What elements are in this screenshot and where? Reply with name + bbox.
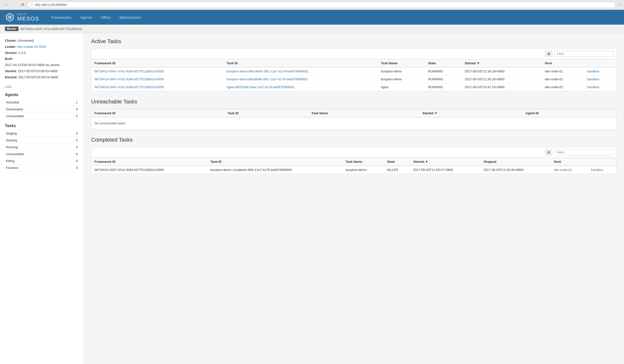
completed-col-sandbox	[588, 158, 616, 166]
table-row: 66734014-5647-47e2-9264-b5775128b01d-000…	[91, 75, 616, 83]
active-state-0: RUNNING	[425, 67, 462, 75]
master-breadcrumb: Master 66734014-5647-47e2-9264-b5775128b…	[0, 25, 624, 33]
active-task-id-link-2[interactable]: nginx.b8252fa8-2faa-11e7-b178-be56760690…	[227, 85, 294, 89]
active-tasks-search[interactable]	[554, 51, 613, 57]
active-host-2: dev-node-01	[542, 83, 584, 91]
active-sandbox-2: Sandbox	[584, 83, 616, 91]
active-framework-id-link-1[interactable]: 66734014-5647-47e2-9264-b5775128b01d-000…	[94, 77, 164, 81]
browser-chrome: ← → ↺ ⓘ 192.168.2.210:5050/#/ ☆	[0, 0, 624, 10]
active-started-2: 2017-05-03T10:47:19+0800	[462, 83, 542, 91]
tasks-staging-value: 0	[67, 130, 78, 137]
active-sandbox-link-1[interactable]: Sandbox	[587, 77, 599, 81]
active-framework-id-link-0[interactable]: 66734014-5647-47e2-9264-b5775128b01d-000…	[94, 70, 164, 73]
built-value: 2017-04-13T00:39:02+0800 by ubuntu	[5, 63, 78, 68]
tasks-section-title: Tasks	[5, 124, 78, 128]
agents-table: Activated 1 Deactivated 0 Unreachable 0	[5, 99, 78, 120]
forward-button[interactable]: →	[11, 2, 18, 8]
unreachable-col-task-id: Task ID	[225, 109, 308, 118]
cluster-row: Cluster: (Unnamed)	[5, 38, 78, 43]
sidebar-cluster-info: Cluster: (Unnamed) Leader: dev-master-01…	[5, 38, 78, 80]
active-task-name-1: busybox-demo	[378, 75, 425, 83]
active-col-sandbox	[584, 59, 616, 68]
completed-col-state: State	[384, 158, 410, 166]
unreachable-col-framework-id: Framework ID	[91, 109, 225, 118]
active-framework-id-0: 66734014-5647-47e2-9264-b5775128b01d-000…	[91, 67, 224, 75]
completed-col-task-name: Task Name	[342, 158, 384, 166]
active-task-id-link-0[interactable]: busybox-demo.86ec9e05-2fb1-11e7-b178-be5…	[227, 70, 309, 73]
address-bar[interactable]: ⓘ 192.168.2.210:5050/#/	[27, 2, 616, 8]
nav-maintenance[interactable]: Maintenance	[115, 10, 145, 25]
nav-frameworks[interactable]: Frameworks	[47, 10, 76, 25]
active-framework-id-2: 66734014-5647-47e2-9264-b5775128b01d-000…	[91, 83, 224, 91]
completed-sandbox-link-0[interactable]: Sandbox	[591, 168, 603, 172]
tasks-table: Staging 0 Starting 0 Running 3 Unreachab…	[5, 130, 78, 171]
unreachable-col-agent-id: Agent ID	[523, 109, 616, 118]
agents-deactivated-label: Deactivated	[5, 106, 67, 113]
completed-sandbox-0: Sandbox	[588, 166, 616, 174]
bookmark-icon[interactable]: ☆	[618, 2, 621, 7]
completed-task-name-0: busybox-demo	[342, 166, 384, 174]
tasks-starting-label: Starting	[5, 137, 67, 144]
active-host-0: dev-node-01	[542, 67, 584, 75]
active-tasks-toolbar: ⊟	[91, 49, 616, 59]
completed-tasks-search[interactable]	[554, 149, 613, 155]
completed-col-framework-id: Framework ID	[91, 158, 208, 166]
completed-started-sort-icon: ▼	[425, 160, 428, 164]
active-task-id-link-1[interactable]: busybox-demo.86edfd96-2fb1-11e7-b178-be5…	[227, 77, 308, 81]
nav-links: Frameworks Agents Offers Maintenance	[47, 10, 145, 25]
tasks-starting-row: Starting 0	[5, 137, 78, 144]
log-link[interactable]: LOG	[5, 85, 78, 89]
table-row: 66734014-5647-47e2-9264-b5775128b01d-000…	[91, 166, 616, 174]
agents-unreachable-label: Unreachable	[5, 113, 67, 120]
master-badge: Master	[5, 26, 19, 31]
started-row: Started: 2017-05-03T10:09:53+0800	[5, 69, 78, 74]
tasks-killing-value: 0	[67, 157, 78, 164]
table-row: 66734014-5647-47e2-9264-b5775128b01d-000…	[91, 83, 616, 91]
nav-offers[interactable]: Offers	[96, 10, 115, 25]
active-framework-id-link-2[interactable]: 66734014-5647-47e2-9264-b5775128b01d-000…	[94, 85, 164, 89]
active-col-host: Host	[542, 59, 584, 68]
built-row: Built:	[5, 56, 78, 62]
tasks-finished-label: Finished	[5, 164, 67, 171]
completed-host-0: dev-node-01	[551, 166, 588, 174]
active-task-id-2: nginx.b8252fa8-2faa-11e7-b178-be56760690…	[224, 83, 378, 91]
back-button[interactable]: ←	[3, 2, 9, 8]
agents-deactivated-value: 0	[67, 106, 78, 113]
tasks-starting-value: 0	[67, 137, 78, 144]
active-sandbox-link-0[interactable]: Sandbox	[587, 70, 599, 73]
agents-activated-label: Activated	[5, 99, 67, 106]
reload-button[interactable]: ↺	[20, 2, 26, 8]
completed-stopped-0: 2017-05-03T11:33:39+0800	[481, 166, 551, 174]
active-sandbox-link-2[interactable]: Sandbox	[587, 85, 599, 89]
active-task-id-0: busybox-demo.86ec9e05-2fb1-11e7-b178-be5…	[224, 67, 378, 75]
tasks-running-value: 3	[67, 144, 78, 150]
agents-activated-value: 1	[67, 99, 78, 106]
tasks-unreachable-value: 0	[67, 150, 78, 157]
active-tasks-filter-button[interactable]: ⊟	[545, 51, 552, 57]
active-col-started[interactable]: Started ▼	[462, 59, 542, 68]
nav-agents[interactable]: Agents	[76, 10, 96, 25]
unreachable-col-started[interactable]: Started ▼	[419, 109, 523, 118]
completed-tasks-title: Completed Tasks	[91, 137, 617, 143]
completed-host-link-0[interactable]: dev-node-01	[554, 168, 572, 172]
tasks-finished-row: Finished 3	[5, 164, 78, 171]
leader-link[interactable]: dev-master-01:5050	[18, 45, 46, 49]
active-col-task-id: Task ID	[224, 59, 378, 68]
active-sandbox-0: Sandbox	[584, 67, 616, 75]
tasks-running-row: Running 3	[5, 144, 78, 150]
active-state-1: RUNNING	[425, 75, 462, 83]
completed-tasks-filter-button[interactable]: ⊟	[545, 149, 552, 155]
main-content: Active Tasks ⊟ Framework ID Task ID Task…	[84, 33, 624, 364]
active-state-2: RUNNING	[425, 83, 462, 91]
unreachable-tasks-container: Framework ID Task ID Task Name Started ▼…	[91, 109, 617, 129]
sidebar: Cluster: (Unnamed) Leader: dev-master-01…	[0, 33, 84, 364]
completed-tasks-container: ⊟ Framework ID Task ID Task Name State S…	[91, 147, 617, 174]
tasks-staging-row: Staging 0	[5, 130, 78, 137]
completed-tasks-toolbar: ⊟	[91, 147, 616, 158]
agents-section-title: Agents	[5, 93, 78, 97]
logo-text: Apache MESOS	[17, 13, 39, 22]
active-task-id-1: busybox-demo.86edfd96-2fb1-11e7-b178-be5…	[224, 75, 378, 83]
completed-col-started[interactable]: Started ▼	[410, 158, 481, 166]
completed-header-row: Framework ID Task ID Task Name State Sta…	[91, 158, 616, 166]
unreachable-header-row: Framework ID Task ID Task Name Started ▼…	[91, 109, 616, 118]
